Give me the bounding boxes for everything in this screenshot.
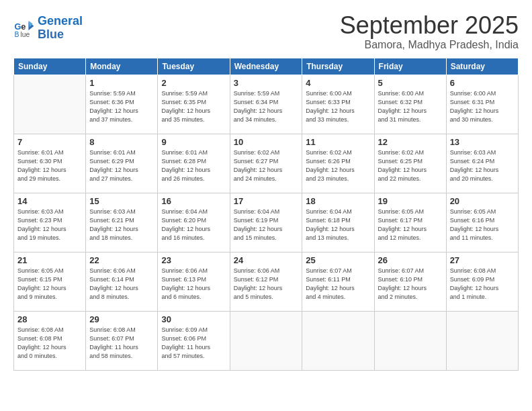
calendar-cell: 15Sunrise: 6:03 AMSunset: 6:21 PMDayligh… [86,193,158,252]
day-number: 25 [306,255,370,265]
calendar-cell: 28Sunrise: 6:08 AMSunset: 6:08 PMDayligh… [14,311,86,370]
day-info: Sunrise: 6:03 AMSunset: 6:24 PMDaylight:… [450,148,515,183]
weekday-header-wednesday: Wednesday [230,58,302,75]
calendar-cell: 6Sunrise: 6:00 AMSunset: 6:31 PMDaylight… [446,75,518,134]
day-info: Sunrise: 6:08 AMSunset: 6:09 PMDaylight:… [450,267,515,302]
day-number: 10 [234,137,299,147]
calendar-week-5: 28Sunrise: 6:08 AMSunset: 6:08 PMDayligh… [14,311,519,370]
day-number: 30 [161,314,226,324]
day-number: 5 [378,78,443,88]
calendar-cell: 9Sunrise: 6:01 AMSunset: 6:28 PMDaylight… [158,134,230,193]
calendar-cell: 19Sunrise: 6:05 AMSunset: 6:17 PMDayligh… [374,193,446,252]
day-number: 18 [306,196,370,206]
calendar-week-4: 21Sunrise: 6:05 AMSunset: 6:15 PMDayligh… [14,252,519,311]
day-number: 28 [17,314,82,324]
day-info: Sunrise: 6:09 AMSunset: 6:06 PMDaylight:… [161,326,226,361]
day-number: 23 [161,255,226,265]
day-info: Sunrise: 6:04 AMSunset: 6:18 PMDaylight:… [306,208,370,242]
day-info: Sunrise: 6:07 AMSunset: 6:11 PMDaylight:… [306,267,370,302]
day-number: 19 [378,196,443,206]
calendar-cell: 2Sunrise: 5:59 AMSunset: 6:35 PMDaylight… [158,75,230,134]
day-number: 17 [234,196,299,206]
day-number: 21 [17,255,82,265]
logo-text: General [38,15,83,28]
day-info: Sunrise: 6:02 AMSunset: 6:27 PMDaylight:… [234,148,299,183]
day-info: Sunrise: 6:00 AMSunset: 6:33 PMDaylight:… [306,89,370,124]
calendar-cell: 13Sunrise: 6:03 AMSunset: 6:24 PMDayligh… [446,134,518,193]
day-number: 7 [17,137,82,147]
svg-text:lue: lue [20,31,30,38]
day-info: Sunrise: 6:01 AMSunset: 6:29 PMDaylight:… [89,148,154,183]
weekday-header-monday: Monday [86,58,158,75]
calendar-cell: 18Sunrise: 6:04 AMSunset: 6:18 PMDayligh… [302,193,374,252]
day-info: Sunrise: 6:05 AMSunset: 6:15 PMDaylight:… [17,267,82,302]
calendar-cell: 14Sunrise: 6:03 AMSunset: 6:23 PMDayligh… [14,193,86,252]
calendar-cell [446,311,518,370]
day-info: Sunrise: 5:59 AMSunset: 6:36 PMDaylight:… [89,89,154,124]
day-info: Sunrise: 6:03 AMSunset: 6:21 PMDaylight:… [89,208,154,242]
day-number: 26 [378,255,443,265]
day-number: 13 [450,137,515,147]
calendar-cell [230,311,302,370]
calendar-cell [374,311,446,370]
day-info: Sunrise: 6:02 AMSunset: 6:25 PMDaylight:… [378,148,443,183]
day-info: Sunrise: 6:05 AMSunset: 6:17 PMDaylight:… [378,208,443,242]
calendar-cell: 5Sunrise: 6:00 AMSunset: 6:32 PMDaylight… [374,75,446,134]
day-info: Sunrise: 6:04 AMSunset: 6:19 PMDaylight:… [234,208,299,242]
calendar-week-2: 7Sunrise: 6:01 AMSunset: 6:30 PMDaylight… [14,134,519,193]
page: G e B lue General Blue September 2025 Ba… [0,0,532,411]
day-number: 6 [450,78,515,88]
logo-text-blue: Blue [38,28,83,42]
logo: G e B lue General Blue [13,15,83,42]
calendar-cell: 7Sunrise: 6:01 AMSunset: 6:30 PMDaylight… [14,134,86,193]
header: G e B lue General Blue September 2025 Ba… [13,12,519,51]
day-info: Sunrise: 6:06 AMSunset: 6:12 PMDaylight:… [234,267,299,302]
weekday-header-friday: Friday [374,58,446,75]
day-info: Sunrise: 6:01 AMSunset: 6:30 PMDaylight:… [17,148,82,183]
day-number: 14 [17,196,82,206]
calendar-cell: 11Sunrise: 6:02 AMSunset: 6:26 PMDayligh… [302,134,374,193]
day-number: 8 [89,137,154,147]
calendar-cell: 4Sunrise: 6:00 AMSunset: 6:33 PMDaylight… [302,75,374,134]
calendar-cell: 16Sunrise: 6:04 AMSunset: 6:20 PMDayligh… [158,193,230,252]
day-info: Sunrise: 6:06 AMSunset: 6:14 PMDaylight:… [89,267,154,302]
day-info: Sunrise: 6:01 AMSunset: 6:28 PMDaylight:… [161,148,226,183]
svg-text:G: G [15,21,21,31]
calendar-table: SundayMondayTuesdayWednesdayThursdayFrid… [13,58,519,371]
calendar-header-row: SundayMondayTuesdayWednesdayThursdayFrid… [14,58,519,75]
calendar-cell [302,311,374,370]
day-number: 9 [161,137,226,147]
calendar-cell: 23Sunrise: 6:06 AMSunset: 6:13 PMDayligh… [158,252,230,311]
day-number: 16 [161,196,226,206]
month-title: September 2025 [340,12,519,39]
calendar-cell: 30Sunrise: 6:09 AMSunset: 6:06 PMDayligh… [158,311,230,370]
calendar-cell: 17Sunrise: 6:04 AMSunset: 6:19 PMDayligh… [230,193,302,252]
calendar-cell [14,75,86,134]
day-info: Sunrise: 5:59 AMSunset: 6:35 PMDaylight:… [161,89,226,124]
day-number: 3 [234,78,299,88]
day-number: 27 [450,255,515,265]
calendar-cell: 22Sunrise: 6:06 AMSunset: 6:14 PMDayligh… [86,252,158,311]
calendar-cell: 20Sunrise: 6:05 AMSunset: 6:16 PMDayligh… [446,193,518,252]
day-number: 1 [89,78,154,88]
day-info: Sunrise: 6:03 AMSunset: 6:23 PMDaylight:… [17,208,82,242]
calendar-week-3: 14Sunrise: 6:03 AMSunset: 6:23 PMDayligh… [14,193,519,252]
calendar-cell: 27Sunrise: 6:08 AMSunset: 6:09 PMDayligh… [446,252,518,311]
calendar-cell: 8Sunrise: 6:01 AMSunset: 6:29 PMDaylight… [86,134,158,193]
day-info: Sunrise: 5:59 AMSunset: 6:34 PMDaylight:… [234,89,299,124]
day-number: 15 [89,196,154,206]
svg-text:B: B [15,31,19,38]
day-number: 12 [378,137,443,147]
day-number: 20 [450,196,515,206]
calendar-cell: 24Sunrise: 6:06 AMSunset: 6:12 PMDayligh… [230,252,302,311]
title-block: September 2025 Bamora, Madhya Pradesh, I… [340,12,519,51]
calendar-cell: 1Sunrise: 5:59 AMSunset: 6:36 PMDaylight… [86,75,158,134]
day-info: Sunrise: 6:02 AMSunset: 6:26 PMDaylight:… [306,148,370,183]
calendar-cell: 29Sunrise: 6:08 AMSunset: 6:07 PMDayligh… [86,311,158,370]
day-number: 29 [89,314,154,324]
day-number: 2 [161,78,226,88]
day-number: 22 [89,255,154,265]
calendar-cell: 25Sunrise: 6:07 AMSunset: 6:11 PMDayligh… [302,252,374,311]
day-number: 4 [306,78,370,88]
day-number: 11 [306,137,370,147]
